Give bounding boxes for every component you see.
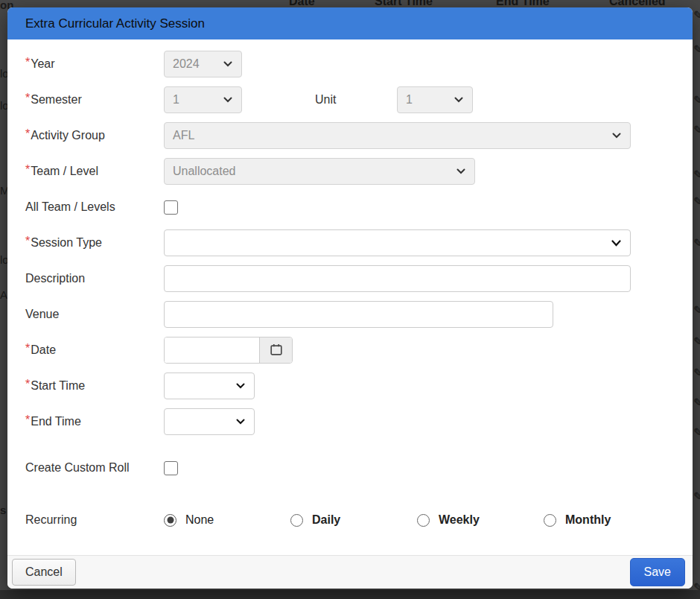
backdrop-text-fragment: s	[0, 504, 6, 516]
all-team-levels-label-text: All Team / Levels	[25, 200, 115, 214]
pencil-icon: ✎	[693, 195, 700, 209]
create-custom-roll-label: Create Custom Roll	[25, 461, 164, 475]
pencil-icon: ✎	[693, 43, 700, 57]
recurring-label-text: Recurring	[25, 513, 77, 527]
pencil-icon: ✎	[693, 396, 700, 410]
required-asterisk: *	[25, 235, 30, 248]
field-row-recurring: Recurring None Daily Weekly	[25, 507, 693, 533]
year-label-text: Year	[31, 57, 54, 71]
unit-select-value: 1	[406, 93, 413, 107]
year-select: 2024	[164, 51, 242, 77]
recurring-option-monthly[interactable]: Monthly	[544, 513, 670, 527]
recurring-radio-group: None Daily Weekly Monthly	[164, 513, 670, 527]
field-row-end-time: * End Time	[25, 408, 693, 435]
pencil-icon: ✎	[693, 168, 700, 182]
pencil-icon: ✎	[693, 304, 700, 317]
pencil-icon: ✎	[693, 490, 700, 504]
session-type-label-text: Session Type	[31, 236, 102, 250]
activity-group-label: * Activity Group	[25, 129, 164, 142]
chevron-down-icon	[223, 61, 232, 67]
year-select-value: 2024	[173, 57, 200, 71]
required-asterisk: *	[25, 378, 30, 391]
chevron-down-icon	[456, 168, 465, 174]
start-time-label: * Start Time	[25, 379, 164, 393]
pencil-icon: ✎	[693, 124, 700, 137]
radio-weekly[interactable]	[417, 514, 430, 527]
all-team-levels-label: All Team / Levels	[25, 200, 164, 214]
start-time-select[interactable]	[164, 373, 255, 399]
date-input-group	[164, 337, 293, 364]
semester-select: 1	[164, 86, 242, 113]
end-time-label: * End Time	[25, 415, 164, 428]
field-row-venue: Venue	[25, 301, 693, 328]
chevron-down-icon	[454, 97, 463, 103]
activity-group-select-value: AFL	[173, 129, 194, 142]
pencil-icon: ✎	[693, 94, 700, 107]
radio-none[interactable]	[164, 514, 176, 527]
modal-title: Extra Curricular Activity Session	[25, 16, 205, 31]
field-row-start-time: * Start Time	[25, 373, 693, 399]
chevron-down-icon	[611, 240, 621, 247]
field-row-date: * Date	[25, 337, 693, 364]
cancel-button[interactable]: Cancel	[12, 559, 76, 586]
date-picker-button[interactable]	[259, 337, 292, 363]
required-asterisk: *	[25, 56, 30, 69]
chevron-down-icon	[223, 97, 232, 103]
session-type-select[interactable]	[164, 229, 631, 256]
description-label-text: Description	[25, 272, 85, 285]
save-button[interactable]: Save	[630, 558, 685, 586]
recurring-option-weekly[interactable]: Weekly	[417, 513, 544, 527]
modal-footer: Cancel Save	[7, 555, 693, 589]
recurring-weekly-label: Weekly	[439, 513, 480, 527]
recurring-label: Recurring	[25, 513, 164, 527]
all-team-levels-checkbox[interactable]	[164, 200, 178, 215]
field-row-semester: * Semester 1 Unit 1	[25, 86, 693, 113]
venue-label-text: Venue	[25, 308, 59, 321]
chevron-down-icon	[612, 133, 621, 139]
pencil-icon: ✎	[693, 237, 700, 250]
end-time-label-text: End Time	[31, 415, 81, 428]
end-time-select[interactable]	[164, 408, 255, 435]
backdrop-bottom-strip	[0, 590, 700, 599]
radio-monthly[interactable]	[544, 514, 556, 527]
description-label: Description	[25, 272, 164, 285]
description-input[interactable]	[164, 265, 631, 292]
field-row-create-custom-roll: Create Custom Roll	[25, 454, 693, 481]
unit-label: Unit	[315, 93, 340, 107]
recurring-option-none[interactable]: None	[164, 513, 290, 527]
extra-curricular-session-modal: Extra Curricular Activity Session * Year…	[7, 7, 693, 589]
recurring-option-daily[interactable]: Daily	[290, 513, 417, 527]
activity-group-label-text: Activity Group	[31, 129, 105, 142]
field-row-team-level: * Team / Level Unallocated	[25, 158, 693, 185]
pencil-icon: ✎	[693, 9, 700, 22]
semester-label-text: Semester	[31, 93, 81, 107]
radio-daily[interactable]	[290, 514, 303, 527]
venue-label: Venue	[25, 308, 164, 321]
field-row-year: * Year 2024	[25, 51, 693, 77]
recurring-none-label: None	[185, 513, 214, 527]
field-row-session-type: * Session Type	[25, 229, 693, 256]
unit-select: 1	[397, 86, 473, 113]
date-label-text: Date	[31, 343, 56, 357]
activity-group-select: AFL	[164, 122, 631, 149]
required-asterisk: *	[25, 413, 30, 427]
create-custom-roll-checkbox[interactable]	[164, 461, 178, 475]
date-input[interactable]	[165, 337, 259, 363]
required-asterisk: *	[25, 92, 30, 105]
pencil-icon: ✎	[693, 426, 700, 440]
team-level-select: Unallocated	[164, 158, 475, 185]
create-custom-roll-label-text: Create Custom Roll	[25, 461, 130, 475]
chevron-down-icon	[236, 419, 245, 425]
required-asterisk: *	[25, 127, 30, 141]
modal-body: * Year 2024 * Semester 1	[7, 39, 693, 533]
required-asterisk: *	[25, 342, 30, 355]
recurring-monthly-label: Monthly	[565, 513, 611, 527]
field-row-activity-group: * Activity Group AFL	[25, 122, 693, 149]
pencil-icon: ✎	[693, 367, 700, 380]
date-label: * Date	[25, 343, 164, 357]
calendar-icon	[269, 342, 284, 359]
venue-input[interactable]	[164, 301, 553, 328]
team-level-select-value: Unallocated	[173, 165, 236, 178]
recurring-daily-label: Daily	[312, 513, 340, 527]
backdrop-text-fragment: A	[0, 288, 7, 301]
